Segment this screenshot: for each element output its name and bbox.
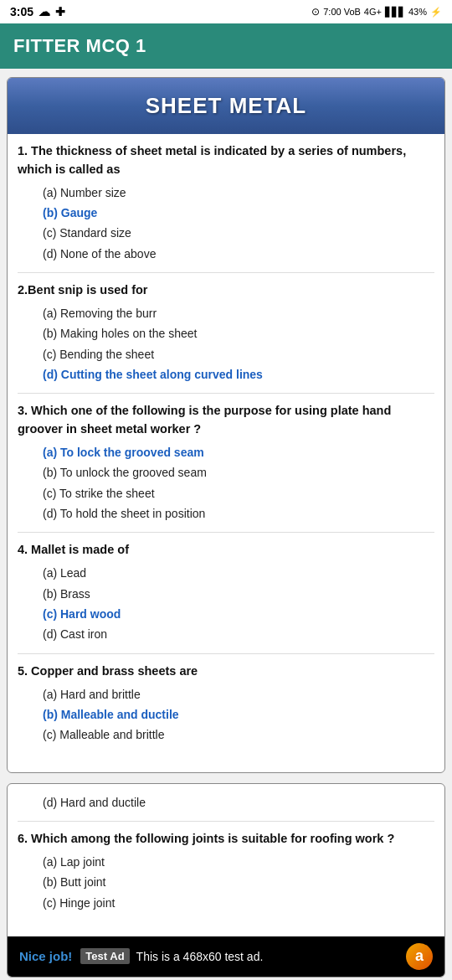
question-1: 1. The thickness of sheet metal is indic… [18, 142, 434, 273]
q3-option-c[interactable]: (c) To strike the sheet [18, 483, 434, 503]
q2-option-b[interactable]: (b) Making holes on the sheet [18, 323, 434, 343]
signal-bars-icon: ▋▋▋ [385, 7, 405, 18]
card-title: SHEET METAL [146, 93, 307, 118]
status-left: 3:05 ☁ ✚ [10, 5, 65, 18]
ad-text: This is a 468x60 test ad. [136, 950, 399, 963]
battery-icon: ⚡ [430, 7, 442, 18]
card-continued: (d) Hard and ductile 6. Which among the … [7, 783, 445, 977]
status-bar: 3:05 ☁ ✚ ⊙ 7:00 VoB 4G+ ▋▋▋ 43% ⚡ [0, 0, 452, 23]
q1-option-a[interactable]: (a) Number size [18, 183, 434, 203]
q5-option-b[interactable]: (b) Malleable and ductile [18, 704, 434, 725]
ad-label: Test Ad [80, 948, 129, 964]
question-5: 5. Copper and brass sheets are (a) Hard … [18, 663, 434, 754]
question-5-continued: (d) Hard and ductile [18, 792, 434, 822]
q6-option-c[interactable]: (c) Hinge joint [18, 893, 434, 913]
q2-option-a[interactable]: (a) Removing the burr [18, 303, 434, 323]
card2-body: (d) Hard and ductile 6. Which among the … [8, 784, 444, 936]
q4-option-d[interactable]: (d) Cast iron [18, 624, 434, 644]
ad-nice-text: Nice job! [19, 949, 72, 963]
q3-option-a[interactable]: (a) To lock the grooved seam [18, 442, 434, 462]
card-header: SHEET METAL [8, 78, 444, 134]
question-2-text: 2.Bent snip is used for [18, 281, 434, 300]
status-time: 3:05 [10, 5, 33, 18]
signal-4g-icon: 4G+ [364, 7, 382, 17]
card-body: 1. The thickness of sheet metal is indic… [8, 134, 444, 772]
card-sheet-metal: SHEET METAL 1. The thickness of sheet me… [7, 77, 445, 773]
question-6: 6. Which among the following joints is s… [18, 830, 434, 921]
cloud-icon: ☁ [39, 5, 50, 18]
question-3-text: 3. Which one of the following is the pur… [18, 402, 434, 439]
question-3: 3. Which one of the following is the pur… [18, 402, 434, 533]
q2-option-c[interactable]: (c) Bending the sheet [18, 344, 434, 364]
alarm-icon: ⊙ [311, 6, 320, 18]
question-5-text: 5. Copper and brass sheets are [18, 663, 434, 681]
q5-option-d[interactable]: (d) Hard and ductile [18, 792, 434, 812]
q6-option-a[interactable]: (a) Lap joint [18, 852, 434, 872]
q1-option-b[interactable]: (b) Gauge [18, 203, 434, 223]
battery-text: 43% [408, 7, 427, 17]
q4-option-b[interactable]: (b) Brass [18, 584, 434, 604]
status-network-text: 7:00 VoB [323, 7, 361, 17]
ad-bar: Nice job! Test Ad This is a 468x60 test … [8, 936, 444, 977]
q5-option-c[interactable]: (c) Malleable and brittle [18, 725, 434, 745]
q6-option-b[interactable]: (b) Butt joint [18, 872, 434, 892]
question-6-text: 6. Which among the following joints is s… [18, 830, 434, 848]
q3-option-b[interactable]: (b) To unlock the grooved seam [18, 462, 434, 482]
app-title: FITTER MCQ 1 [13, 35, 146, 56]
q4-option-c[interactable]: (c) Hard wood [18, 604, 434, 624]
q5-option-a[interactable]: (a) Hard and brittle [18, 684, 434, 704]
q1-option-d[interactable]: (d) None of the above [18, 244, 434, 264]
question-2: 2.Bent snip is used for (a) Removing the… [18, 281, 434, 394]
ad-brand-icon[interactable]: a [406, 943, 433, 970]
question-4: 4. Mallet is made of (a) Lead (b) Brass … [18, 541, 434, 653]
q2-option-d[interactable]: (d) Cutting the sheet along curved lines [18, 364, 434, 384]
plus-icon: ✚ [55, 5, 65, 18]
status-right: ⊙ 7:00 VoB 4G+ ▋▋▋ 43% ⚡ [311, 6, 442, 18]
main-content: SHEET METAL 1. The thickness of sheet me… [0, 69, 452, 980]
q1-option-c[interactable]: (c) Standard size [18, 223, 434, 243]
q3-option-d[interactable]: (d) To hold the sheet in position [18, 503, 434, 524]
question-1-text: 1. The thickness of sheet metal is indic… [18, 142, 434, 179]
question-4-text: 4. Mallet is made of [18, 541, 434, 560]
q4-option-a[interactable]: (a) Lead [18, 563, 434, 583]
app-header: FITTER MCQ 1 [0, 23, 452, 69]
